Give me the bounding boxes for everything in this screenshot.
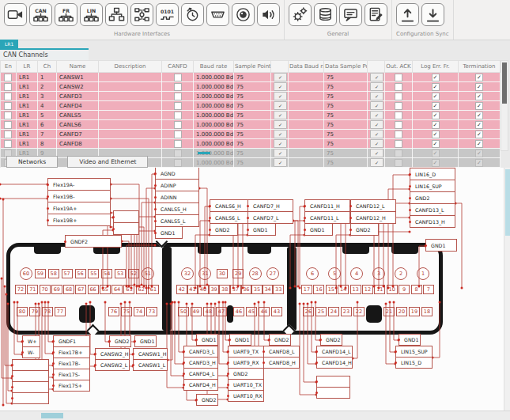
cell-canfd[interactable] [162,120,194,130]
checkbox-logerr[interactable]: ✓ [432,74,440,81]
checkbox-canfd[interactable] [174,102,182,110]
toolbar-button-download[interactable] [421,3,444,26]
table-vertical-scrollbar[interactable] [501,60,508,151]
cell-en[interactable] [1,111,17,120]
cell-canfd[interactable] [162,92,194,101]
cell-logerr[interactable]: ✓ [413,82,459,92]
cell-en[interactable] [1,92,17,101]
dropdown-button[interactable]: ✓ [274,73,287,81]
column-header-term[interactable]: Termination [459,61,501,73]
cell-logerr[interactable]: ✓ [413,139,459,149]
cell-dd1[interactable]: ✓ [271,101,289,111]
checkbox-logerr[interactable]: ✓ [432,149,440,157]
tab-can-channels[interactable]: CAN Channels [0,48,89,60]
cell-logerr[interactable]: ✓ [413,101,459,111]
cell-oack[interactable] [385,111,413,120]
cell-logerr[interactable]: ✓ [413,120,459,130]
horizontal-scroll-thumb[interactable] [41,413,63,418]
column-header-dd1[interactable] [271,61,289,73]
cell-oack[interactable] [385,139,413,149]
checkbox-term[interactable]: ✓ [475,159,483,167]
cell-dd2[interactable]: ✓ [368,92,385,101]
checkbox-term[interactable]: ✓ [475,102,483,110]
cell-dd2[interactable]: ✓ [368,111,385,120]
checkbox-oack[interactable] [395,112,402,119]
checkbox-en[interactable] [4,131,12,138]
cell-term[interactable]: ✓ [459,73,501,82]
cell-oack[interactable] [385,158,413,168]
cell-logerr[interactable]: ✓ [413,149,459,158]
toolbar-button-camera-lens[interactable] [232,3,255,26]
cell-oack[interactable] [385,101,413,111]
table-row[interactable]: LR17CANFD71.000.000 Bd75✓75✓✓✓ [1,130,501,139]
cell-canfd[interactable] [162,82,194,92]
column-header-lr[interactable]: LR [17,61,38,73]
checkbox-oack[interactable] [395,131,402,138]
cell-en[interactable] [1,82,17,92]
cell-oack[interactable] [385,82,413,92]
cell-term[interactable]: ✓ [459,92,501,101]
cell-oack[interactable] [385,73,413,82]
toolbar-button-comment[interactable] [339,3,362,26]
checkbox-canfd[interactable] [174,131,182,138]
checkbox-canfd[interactable] [174,140,182,148]
cell-canfd[interactable] [162,73,194,82]
dropdown-button[interactable]: ✓ [370,92,383,100]
checkbox-en[interactable] [4,93,12,100]
tab-networks[interactable]: Networks [6,156,58,168]
checkbox-oack[interactable] [395,74,402,81]
dropdown-button[interactable]: ✓ [370,111,383,119]
cell-dd1[interactable]: ✓ [271,158,289,168]
dropdown-button[interactable]: ✓ [370,73,383,81]
toolbar-button-binary-io[interactable]: 0101 [156,3,179,26]
dropdown-button[interactable]: ✓ [370,82,383,91]
column-header-ch[interactable]: Ch [38,61,57,73]
checkbox-oack[interactable] [395,121,402,129]
dropdown-button[interactable]: ✓ [274,111,287,119]
device-tab[interactable]: LR1 [0,40,18,48]
checkbox-term[interactable]: ✓ [475,93,483,100]
cell-dd2[interactable]: ✓ [368,130,385,139]
toolbar-button-can-network[interactable]: CAN [29,3,52,26]
dropdown-button[interactable]: ✓ [274,120,287,129]
column-header-canfd[interactable]: CANFD [162,61,194,73]
dropdown-button[interactable]: ✓ [370,130,383,138]
checkbox-oack[interactable] [395,102,402,110]
dropdown-button[interactable]: ✓ [274,82,287,91]
cell-dd2[interactable]: ✓ [368,73,385,82]
checkbox-logerr[interactable]: ✓ [432,102,440,110]
dropdown-button[interactable]: ✓ [274,130,287,138]
column-header-dbaud[interactable]: Data Baud rate [289,61,324,73]
dropdown-button[interactable]: ✓ [274,149,287,157]
cell-oack[interactable] [385,130,413,139]
checkbox-logerr[interactable]: ✓ [432,112,440,119]
toolbar-button-video-camera[interactable] [4,3,27,26]
checkbox-oack[interactable] [395,83,402,91]
checkbox-logerr[interactable]: ✓ [432,159,440,167]
column-header-desc[interactable]: Description [99,61,162,73]
checkbox-logerr[interactable]: ✓ [432,83,440,91]
checkbox-term[interactable]: ✓ [475,83,483,91]
checkbox-logerr[interactable]: ✓ [432,131,440,138]
cell-oack[interactable] [385,149,413,158]
column-header-dd2[interactable] [368,61,385,73]
dropdown-button[interactable]: ✓ [274,158,287,167]
cell-dd2[interactable]: ✓ [368,139,385,149]
cell-dd1[interactable]: ✓ [271,82,289,92]
column-header-logerr[interactable]: Log Err. Fr. [413,61,459,73]
toolbar-button-upload[interactable] [396,3,419,26]
diagram-scroll-thumb[interactable] [505,169,510,236]
cell-dd1[interactable]: ✓ [271,130,289,139]
toolbar-button-database[interactable] [314,3,337,26]
toolbar-button-audio-speaker[interactable] [257,3,280,26]
cell-canfd[interactable] [162,139,194,149]
column-header-en[interactable]: En [1,61,17,73]
table-row[interactable]: LR15CANLS51.000.000 Bd75✓75✓✓✓ [1,111,501,120]
toolbar-button-network-tree[interactable] [105,3,128,26]
toolbar-button-network-config[interactable] [130,3,153,26]
cell-dd2[interactable]: ✓ [368,158,385,168]
table-row[interactable]: LR18CANFD81.000.000 Bd75✓75✓✓✓ [1,139,501,149]
checkbox-canfd[interactable] [174,159,182,167]
checkbox-canfd[interactable] [174,121,182,129]
checkbox-canfd[interactable] [174,93,182,100]
